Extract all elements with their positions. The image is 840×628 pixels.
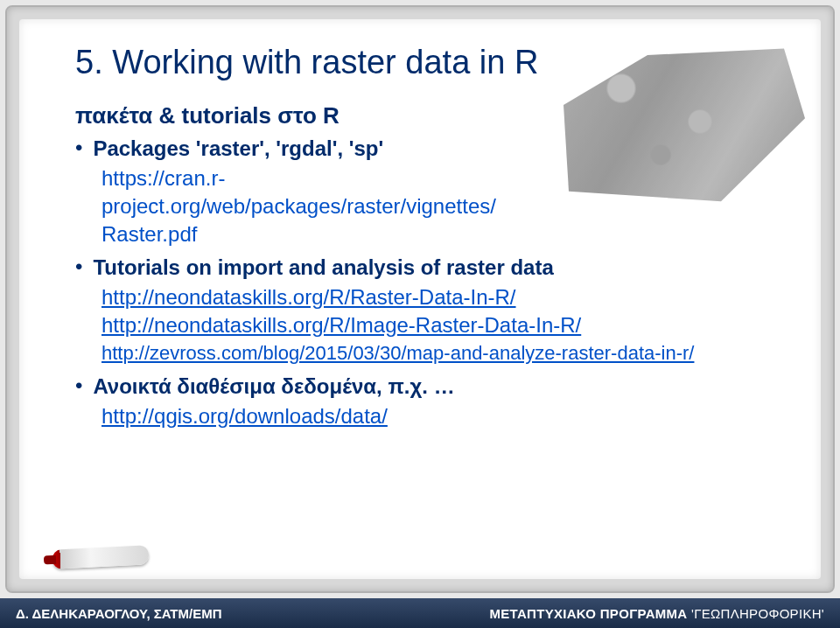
bullet-tutorials: • Tutorials on import and analysis of ra…	[75, 254, 777, 282]
footer-program: ΜΕΤΑΠΤΥΧΙΑΚΟ ΠΡΟΓΡΑΜΜΑ 'ΓΕΩΠΛΗΡΟΦΟΡΙΚΗ'	[489, 606, 824, 621]
link-cran-line3: Raster.pdf	[102, 220, 777, 248]
whiteboard-surface: 5. Working with raster data in R πακέτα …	[19, 19, 821, 579]
bullet-dot-icon: •	[75, 254, 82, 280]
bullet-text: Ανοικτά διαθέσιμα δεδομένα, π.χ. …	[93, 373, 454, 401]
bullet-text: Tutorials on import and analysis of rast…	[93, 254, 553, 282]
footer-author: Δ. ΔΕΛΗΚΑΡΑΟΓΛΟΥ, ΣΑΤΜ/ΕΜΠ	[16, 606, 222, 621]
whiteboard-marker-icon	[52, 545, 149, 569]
link-zevross[interactable]: http://zevross.com/blog/2015/03/30/map-a…	[102, 339, 777, 367]
whiteboard-frame: 5. Working with raster data in R πακέτα …	[5, 5, 835, 593]
bullet-dot-icon: •	[75, 135, 82, 161]
bullet-opendata: • Ανοικτά διαθέσιμα δεδομένα, π.χ. …	[75, 373, 777, 401]
footer-program-name: 'ΓΕΩΠΛΗΡΟΦΟΡΙΚΗ'	[691, 606, 824, 621]
link-neon2[interactable]: http://neondataskills.org/R/Image-Raster…	[102, 311, 777, 339]
footer-program-prefix: ΜΕΤΑΠΤΥΧΙΑΚΟ ΠΡΟΓΡΑΜΜΑ	[489, 606, 691, 621]
bullet-dot-icon: •	[75, 373, 82, 399]
bullet-text: Packages 'raster', 'rgdal', 'sp'	[93, 135, 383, 163]
link-neon1[interactable]: http://neondataskills.org/R/Raster-Data-…	[102, 283, 777, 311]
link-qgis[interactable]: http://qgis.org/downloads/data/	[102, 402, 777, 430]
slide-footer: Δ. ΔΕΛΗΚΑΡΑΟΓΛΟΥ, ΣΑΤΜ/ΕΜΠ ΜΕΤΑΠΤΥΧΙΑΚΟ …	[0, 598, 840, 628]
